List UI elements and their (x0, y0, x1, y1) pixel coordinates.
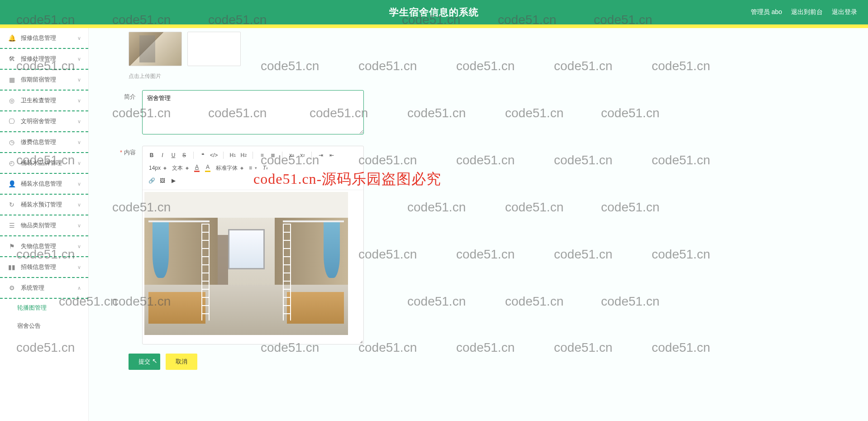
editor-body[interactable] (143, 190, 363, 344)
sidebar-item-hygiene[interactable]: ◎ 卫生检查管理 ∨ (0, 91, 88, 111)
sidebar-sub-announcement[interactable]: 宿舍公告 (0, 317, 88, 335)
chevron-down-icon: ∨ (77, 77, 81, 83)
sidebar-item-holiday-stay[interactable]: ▦ 假期留宿管理 ∨ (0, 70, 88, 91)
underline-button[interactable]: U (169, 151, 178, 160)
submit-button[interactable]: 提交 ↖ (129, 354, 160, 370)
chevron-up-icon: ∧ (77, 285, 81, 291)
separator (311, 152, 312, 159)
code-button[interactable]: </> (209, 151, 219, 160)
sidebar-item-lost[interactable]: ⚑ 失物信息管理 ∨ (0, 236, 88, 257)
separator (193, 152, 194, 159)
form-row-brief: 简介 (106, 90, 685, 136)
bg-color-button[interactable]: A (203, 163, 212, 172)
unordered-list-button[interactable]: ≣ (268, 151, 277, 160)
uploaded-thumbnail[interactable] (129, 32, 182, 66)
grid-icon: ▦ (8, 76, 15, 83)
sidebar-sub-carousel[interactable]: 轮播图管理 (0, 299, 88, 317)
wrench-icon: 🛠 (8, 55, 15, 62)
outdent-button[interactable]: ⇤ (327, 151, 336, 160)
sidebar-item-label: 假期留宿管理 (21, 76, 56, 84)
admin-label[interactable]: 管理员 abo (751, 8, 782, 16)
list-icon: ☰ (8, 222, 15, 229)
sidebar-item-label: 桶装水品牌管理 (21, 159, 62, 167)
sidebar-item-label: 报修信息管理 (21, 34, 56, 42)
font-size-select[interactable]: 14px◆ (147, 165, 168, 171)
header-right: 管理员 abo 退出到前台 退出登录 (751, 8, 868, 16)
sidebar-item-label: 系统管理 (21, 284, 44, 292)
video-button[interactable]: ▶ (169, 176, 178, 185)
clear-format-button[interactable]: Tx (261, 163, 270, 172)
paragraph-format-select[interactable]: 文本◆ (170, 164, 191, 172)
header: 学生宿舍信息的系统 管理员 abo 退出到前台 退出登录 (0, 0, 868, 24)
sidebar-item-label: 招领信息管理 (21, 263, 56, 271)
sidebar-item-repair-handle[interactable]: 🛠 报修处理管理 ∨ (0, 49, 88, 70)
chevron-down-icon: ∨ (77, 181, 81, 187)
link-button[interactable]: 🔗 (147, 176, 156, 185)
superscript-button[interactable]: x2 (298, 151, 307, 160)
chevron-down-icon: ∨ (77, 139, 81, 145)
chevron-down-icon: ∨ (77, 56, 81, 62)
upload-slot-empty[interactable] (187, 32, 241, 66)
indent-button[interactable]: ⇥ (316, 151, 325, 160)
cancel-button[interactable]: 取消 (166, 354, 197, 370)
brief-label: 简介 (106, 90, 142, 136)
bell-icon: 🔔 (8, 34, 15, 42)
quote-button[interactable]: ❝ (198, 151, 207, 160)
sidebar-item-label: 轮播图管理 (17, 304, 47, 312)
logout-link[interactable]: 退出登录 (832, 8, 857, 16)
bold-button[interactable]: B (147, 151, 156, 160)
sidebar-item-water-info[interactable]: 👤 桶装水信息管理 ∨ (0, 174, 88, 195)
gauge-icon: ◴ (8, 159, 15, 167)
image-button[interactable]: 🖼 (158, 176, 167, 185)
sidebar-item-repair-info[interactable]: 🔔 报修信息管理 ∨ (0, 28, 88, 49)
chevron-down-icon: ∨ (77, 119, 81, 124)
main-content: 点击上传图片 简介 *内容 (89, 28, 868, 421)
sidebar-item-label: 物品类别管理 (21, 221, 56, 230)
ordered-list-button[interactable]: ≡ (258, 151, 267, 160)
form-row-content: *内容 B I U S ❝ (106, 146, 685, 344)
editor-inserted-image[interactable] (144, 192, 348, 335)
font-color-button[interactable]: A (192, 163, 201, 172)
chevron-down-icon: ∨ (77, 264, 81, 270)
editor-resize-handle[interactable] (358, 339, 362, 343)
editor-toolbar: B I U S ❝ </> H1 H2 (143, 146, 363, 190)
accent-strip (0, 24, 868, 28)
eye-icon: ◎ (8, 97, 15, 104)
sidebar-item-found[interactable]: ▮▮ 招领信息管理 ∨ (0, 257, 88, 278)
app-title: 学生宿舍信息的系统 (389, 6, 479, 19)
h1-button[interactable]: H1 (228, 151, 237, 160)
sidebar-item-civilized-dorm[interactable]: 🖵 文明宿舍管理 ∨ (0, 111, 88, 132)
align-select[interactable]: ≡▾ (247, 165, 259, 171)
form-buttons: 提交 ↖ 取消 (129, 354, 685, 370)
sidebar-item-label: 报修处理管理 (21, 55, 56, 63)
sidebar-item-water-brand[interactable]: ◴ 桶装水品牌管理 ∨ (0, 153, 88, 174)
monitor-icon: 🖵 (8, 118, 15, 125)
sidebar-item-payment[interactable]: ◷ 缴费信息管理 ∨ (0, 132, 88, 153)
thumbnail-row (129, 28, 685, 66)
chevron-down-icon: ∨ (77, 160, 81, 166)
sidebar-item-label: 宿舍公告 (17, 322, 41, 330)
sidebar-item-label: 缴费信息管理 (21, 138, 56, 146)
italic-button[interactable]: I (158, 151, 167, 160)
brief-textarea[interactable] (142, 90, 364, 134)
chevron-down-icon: ∨ (77, 35, 81, 41)
sidebar-item-goods-category[interactable]: ☰ 物品类别管理 ∨ (0, 215, 88, 236)
subscript-button[interactable]: x2 (287, 151, 296, 160)
chevron-down-icon: ∨ (77, 98, 81, 104)
h2-button[interactable]: H2 (239, 151, 248, 160)
sidebar-item-system[interactable]: ⚙ 系统管理 ∧ (0, 278, 88, 299)
to-frontend-link[interactable]: 退出到前台 (791, 8, 823, 16)
person-icon: 👤 (8, 180, 15, 187)
font-family-select[interactable]: 标准字体◆ (214, 164, 245, 172)
sidebar-item-water-order[interactable]: ↻ 桶装水预订管理 ∨ (0, 195, 88, 215)
bars-icon: ▮▮ (8, 263, 15, 271)
strike-button[interactable]: S (180, 151, 189, 160)
upload-hint: 点击上传图片 (129, 72, 685, 80)
clock-icon: ◷ (8, 139, 15, 146)
gear-icon: ⚙ (8, 284, 15, 292)
sidebar-item-label: 卫生检查管理 (21, 96, 56, 105)
cursor-icon: ↖ (152, 357, 157, 364)
flag-icon: ⚑ (8, 243, 15, 250)
separator (253, 152, 253, 159)
sidebar-item-label: 失物信息管理 (21, 242, 56, 250)
